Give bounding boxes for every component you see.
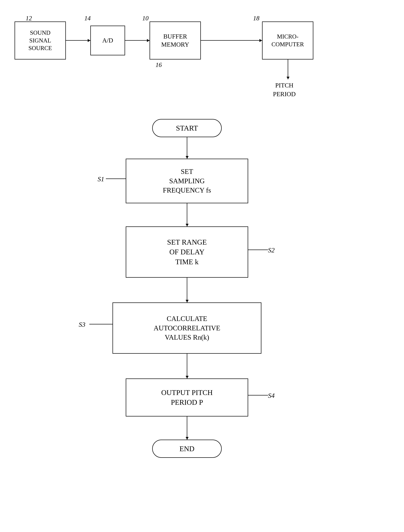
s3-label: S3 — [79, 321, 85, 328]
s3-tick — [89, 324, 112, 324]
arrow-buffer-to-micro — [201, 40, 262, 41]
start-terminal: START — [152, 119, 222, 137]
sound-signal-source-block: SOUND SIGNAL SOURCE — [14, 21, 66, 59]
ref-14: 14 — [84, 14, 91, 22]
microcomputer-block: MICRO- COMPUTER — [262, 21, 313, 59]
s4-tick — [248, 395, 268, 395]
s1-box: SET SAMPLING FREQUENCY fs — [126, 159, 248, 203]
s4-box: OUTPUT PITCH PERIOD P — [126, 379, 248, 417]
ref-10: 10 — [142, 14, 149, 22]
s1-label: S1 — [98, 175, 104, 183]
ref-18: 18 — [253, 14, 259, 22]
arrow-s2-to-s3 — [187, 278, 187, 303]
arrow-adc-to-buffer — [125, 40, 150, 41]
diagram-container: 12 14 10 18 SOUND SIGNAL SOURCE A/D BUFF… — [0, 0, 404, 532]
arrow-start-to-s1 — [187, 137, 187, 159]
arrow-s1-to-s2 — [187, 203, 187, 226]
pitch-period-label: PITCH PERIOD — [273, 81, 296, 99]
arrow-s4-to-end — [187, 417, 187, 440]
ref-12: 12 — [26, 14, 32, 22]
s3-box: CALCULATE AUTOCORRELATIVE VALUES Rn(k) — [112, 303, 261, 354]
s2-box: SET RANGE OF DELAY TIME k — [126, 226, 248, 278]
arrow-source-to-adc — [66, 40, 90, 41]
arrow-micro-to-pitch — [288, 59, 288, 79]
buffer-memory-block: BUFFER MEMORY — [150, 21, 201, 59]
s1-tick — [106, 178, 126, 179]
s4-label: S4 — [268, 392, 275, 399]
arrow-s3-to-s4 — [187, 354, 187, 379]
adc-block: A/D — [90, 26, 125, 55]
s2-label: S2 — [268, 246, 275, 254]
end-terminal: END — [152, 440, 222, 458]
ref-16: 16 — [156, 61, 162, 68]
s2-tick — [248, 250, 268, 250]
